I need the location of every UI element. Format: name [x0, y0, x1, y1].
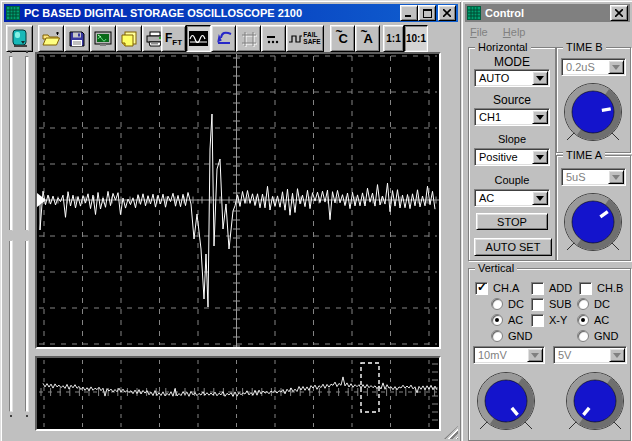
position-slider-a[interactable]: [5, 56, 17, 412]
cal-c-button[interactable]: ~ C: [330, 25, 355, 52]
dotted-line-button[interactable]: [261, 25, 286, 52]
control-title-bar[interactable]: Control: [465, 4, 630, 22]
time-b-legend: TIME B: [563, 41, 606, 53]
stop-label: STOP: [497, 216, 527, 228]
display-capture-button[interactable]: [90, 25, 116, 52]
ratio-10-1-button[interactable]: 10:1: [404, 25, 428, 52]
overview-scope-display[interactable]: [35, 356, 441, 431]
time-a-knob[interactable]: [560, 190, 626, 256]
ch-b-dc-radio[interactable]: [577, 298, 589, 310]
time-b-dropdown[interactable]: 0.2uS: [561, 58, 626, 76]
cal-a-button[interactable]: ~ A: [355, 25, 380, 52]
time-a-value: 5uS: [566, 171, 586, 183]
ch-a-gnd-radio[interactable]: [491, 330, 503, 342]
fail-safe-label: FAIL SAFE: [303, 32, 320, 45]
couple-dropdown[interactable]: AC: [474, 189, 550, 207]
time-a-dropdown[interactable]: 5uS: [561, 168, 626, 186]
ch-b-gnd-label: GND: [594, 330, 618, 342]
ch-a-ac-radio[interactable]: [491, 314, 503, 326]
fft-icon: FFT: [165, 31, 182, 47]
source-label: Source: [469, 93, 555, 107]
monitor-icon: [94, 31, 112, 47]
add-label: ADD: [549, 282, 572, 294]
time-a-legend: TIME A: [563, 149, 605, 161]
xy-checkbox[interactable]: [531, 314, 544, 327]
horizontal-legend: Horizontal: [475, 41, 531, 53]
auto-set-button[interactable]: AUTO SET: [474, 238, 552, 256]
source-dropdown[interactable]: CH1: [474, 108, 550, 126]
close-icon: [443, 9, 451, 17]
ch-a-range-arrow[interactable]: [527, 348, 543, 362]
ch-b-ac-label: AC: [594, 314, 609, 326]
ch-b-ac-radio[interactable]: [577, 314, 589, 326]
add-checkbox[interactable]: [531, 282, 544, 295]
sub-label: SUB: [549, 298, 572, 310]
couple-dropdown-arrow[interactable]: [532, 191, 548, 205]
ch-a-checkbox[interactable]: [475, 282, 488, 295]
slider-a-thumb[interactable]: [5, 230, 17, 241]
exit-button[interactable]: [6, 25, 33, 52]
exit-door-icon: [11, 29, 29, 48]
menu-file[interactable]: File: [470, 26, 488, 38]
ch-b-gain-knob[interactable]: [562, 369, 628, 435]
main-scope-display[interactable]: [35, 52, 441, 349]
close-button[interactable]: [438, 5, 456, 21]
slider-b-thumb[interactable]: [21, 230, 33, 241]
mode-dropdown-arrow[interactable]: [532, 71, 548, 85]
open-button[interactable]: [38, 25, 64, 52]
vertical-group: Vertical CH.A ADD CH.B DC SUB DC AC X-Y …: [468, 268, 631, 441]
save-button[interactable]: [64, 25, 90, 52]
couple-label: Couple: [469, 174, 555, 186]
maximize-button[interactable]: [418, 5, 436, 21]
xy-label: X-Y: [549, 314, 567, 326]
slope-label: Slope: [469, 133, 555, 145]
ch-b-checkbox[interactable]: [579, 282, 592, 295]
fail-safe-button[interactable]: FAIL SAFE: [286, 25, 324, 52]
main-title-bar[interactable]: PC BASED DIGITAL STORAGE OSCILLOSCOPE 21…: [4, 4, 458, 22]
time-a-group: TIME A 5uS: [556, 155, 631, 261]
resize-grip[interactable]: [444, 426, 458, 439]
grid-toggle-button[interactable]: [236, 25, 261, 52]
fft-button[interactable]: FFT: [161, 25, 186, 52]
ch-a-ac-label: AC: [508, 314, 523, 326]
sub-checkbox[interactable]: [531, 298, 544, 311]
stop-button[interactable]: STOP: [476, 213, 548, 230]
control-menubar: File Help: [470, 26, 537, 38]
time-a-dropdown-arrow[interactable]: [608, 170, 624, 184]
undo-button[interactable]: [211, 25, 236, 52]
notes-button[interactable]: [116, 25, 142, 52]
slope-dropdown-arrow[interactable]: [532, 150, 548, 164]
grid-icon: [241, 31, 257, 47]
ch-a-range-value: 10mV: [478, 349, 507, 361]
ratio-1-1-button[interactable]: 1:1: [383, 25, 404, 52]
minimize-button[interactable]: [400, 5, 418, 21]
time-b-dropdown-arrow[interactable]: [608, 60, 624, 74]
time-b-knob[interactable]: [560, 80, 626, 146]
ch-b-range-value: 5V: [558, 349, 571, 361]
mode-dropdown[interactable]: AUTO: [474, 69, 550, 87]
ch-a-range-dropdown[interactable]: 10mV: [473, 346, 545, 364]
dash-dot-line-icon: [266, 32, 282, 46]
menu-help[interactable]: Help: [503, 26, 526, 38]
control-app-icon: [467, 6, 481, 20]
time-b-group: TIME B 0.2uS: [556, 47, 631, 153]
open-folder-icon: [42, 32, 60, 46]
ch-a-gain-knob[interactable]: [473, 369, 539, 435]
vertical-legend: Vertical: [475, 262, 517, 274]
waveform-display-button[interactable]: [186, 25, 211, 52]
position-slider-b[interactable]: [21, 56, 33, 412]
ch-b-gnd-radio[interactable]: [577, 330, 589, 342]
ch-a-dc-radio[interactable]: [491, 298, 503, 310]
source-dropdown-arrow[interactable]: [532, 110, 548, 124]
slider-tick: [10, 51, 12, 53]
ch-b-range-arrow[interactable]: [609, 348, 625, 362]
slope-dropdown[interactable]: Positive: [474, 148, 550, 166]
ch-b-range-dropdown[interactable]: 5V: [553, 346, 627, 364]
ch-b-dc-label: DC: [594, 298, 610, 310]
cal-c-icon: ~ C: [335, 30, 351, 48]
ch-a-label: CH.A: [493, 282, 519, 294]
ch-a-gnd-label: GND: [508, 330, 532, 342]
control-close-button[interactable]: [610, 5, 628, 21]
slider-tick: [10, 415, 12, 417]
maximize-icon: [423, 9, 432, 18]
